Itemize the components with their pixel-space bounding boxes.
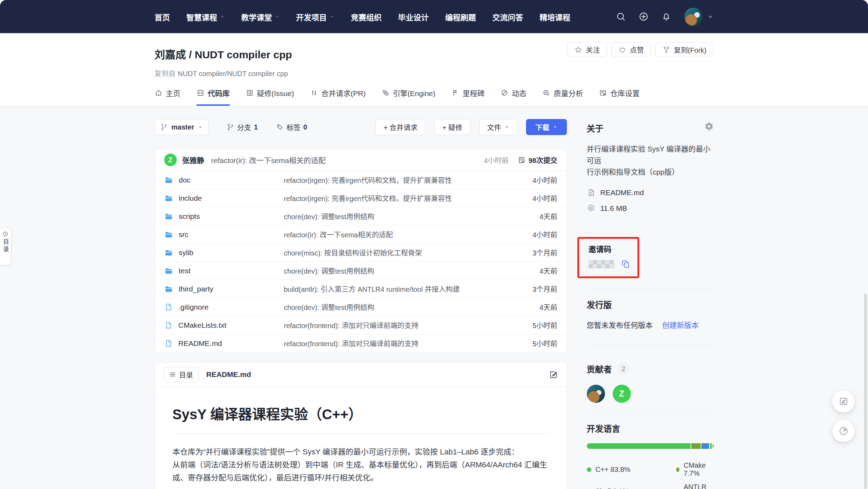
nav-item-毕业设计[interactable]: 毕业设计 (398, 11, 429, 22)
branches-count[interactable]: 分支 1 (227, 122, 258, 132)
tab-仓库设置[interactable]: 仓库设置 (599, 88, 640, 106)
file-icon (164, 303, 173, 311)
feedback-icon (838, 396, 849, 407)
about-title: 关于 (587, 122, 714, 134)
share-fab[interactable] (832, 420, 855, 442)
tab-里程碑[interactable]: 里程碑 (451, 88, 484, 106)
contributors-title: 贡献者 2 (587, 363, 714, 375)
file-menu-button[interactable]: 文件 (479, 119, 517, 135)
nav-item-label: 智慧课程 (187, 11, 217, 22)
divider (587, 226, 714, 226)
table-row[interactable]: README.mdrefactor(frontend): 添加对只编译前端的支持… (155, 334, 567, 352)
copy-icon[interactable] (621, 259, 630, 269)
nav-item-label: 教学课堂 (241, 11, 272, 22)
tab-主页[interactable]: 主页 (155, 88, 181, 106)
search-icon[interactable] (616, 12, 626, 21)
new-pr-button[interactable]: + 合并请求 (375, 119, 425, 135)
file-commit-message[interactable]: chore(dev): 调整test用例结构 (284, 302, 540, 312)
tab-代码库[interactable]: 代码库 (197, 88, 230, 106)
file-name[interactable]: src (164, 230, 284, 239)
file-commit-message[interactable]: refactor(frontend): 添加对只编译前端的支持 (284, 338, 533, 348)
nav-item-开发项目[interactable]: 开发项目 (296, 11, 335, 22)
file-name[interactable]: third_party (164, 284, 284, 294)
user-avatar[interactable] (684, 8, 702, 26)
tags-count[interactable]: 标签 0 (276, 122, 307, 132)
branch-selector[interactable]: master (155, 119, 209, 135)
language-label: C++ 83.8% (596, 466, 630, 474)
sidebar-readme-link[interactable]: README.md (587, 188, 714, 197)
table-row[interactable]: srcrefactor(ir): 改一下sema相关的适配4小时前 (155, 225, 567, 243)
file-name[interactable]: doc (164, 176, 284, 185)
plus-circle-icon[interactable] (639, 12, 648, 21)
tab-动态[interactable]: 动态 (501, 88, 526, 106)
table-row[interactable]: third_partybuild(antlr): 引入第三方 ANTLR4 ru… (155, 280, 567, 298)
contributor-avatar[interactable]: Z (613, 385, 631, 403)
tab-引擎(Engine)[interactable]: 引擎(Engine) (382, 88, 435, 106)
file-commit-message[interactable]: chore(dev): 调整test用例结构 (284, 266, 540, 276)
nav-item-编程刷题[interactable]: 编程刷题 (445, 11, 476, 22)
file-commit-message[interactable]: chore(misc): 按目录结构设计初始化工程骨架 (284, 247, 533, 258)
table-row[interactable]: .gitignorechore(dev): 调整test用例结构4天前 (155, 298, 567, 316)
nav-item-精培课程[interactable]: 精培课程 (540, 11, 570, 22)
chevron-down-icon[interactable] (707, 14, 714, 20)
nav-item-label: 精培课程 (540, 11, 570, 22)
nav-item-教学课堂[interactable]: 教学课堂 (241, 11, 280, 22)
file-commit-message[interactable]: build(antlr): 引入第三方 ANTLR4 runtime/tool … (284, 284, 533, 294)
file-commit-message[interactable]: chore(dev): 调整test用例结构 (284, 211, 540, 221)
commits-count[interactable]: 98次提交 (518, 155, 557, 165)
file-name[interactable]: test (164, 266, 284, 275)
toc-button[interactable]: 目录 (163, 367, 199, 382)
file-name[interactable]: scripts (164, 212, 284, 221)
edit-icon[interactable] (549, 370, 558, 379)
file-name[interactable]: .gitignore (164, 303, 284, 311)
tab-疑修(Issue)[interactable]: 疑修(Issue) (246, 88, 294, 106)
divider (587, 289, 714, 289)
language-dot (587, 467, 591, 472)
file-table: docrefactor(irgen): 完善irgen代码和文档，提升扩展兼容性… (155, 171, 567, 352)
file-commit-message[interactable]: refactor(frontend): 添加对只编译前端的支持 (284, 320, 533, 330)
feedback-fab[interactable] (832, 390, 855, 413)
scrollbar-thumb[interactable] (864, 294, 867, 489)
chevron-down-icon (329, 14, 335, 19)
tab-合并请求(PR)[interactable]: 合并请求(PR) (310, 88, 366, 106)
commit-author[interactable]: 张雅静 (182, 155, 204, 165)
toc-side-tab[interactable]: 目录 (0, 228, 11, 265)
nav-item-首页[interactable]: 首页 (155, 11, 170, 22)
create-release-link[interactable]: 创建新版本 (662, 319, 699, 330)
nav-item-智慧课程[interactable]: 智慧课程 (187, 11, 225, 22)
document-icon (587, 188, 596, 197)
file-commit-time: 4天前 (539, 266, 557, 276)
bell-icon[interactable] (662, 12, 671, 21)
commit-message[interactable]: refactor(ir): 改一下sema相关的适配 (211, 155, 326, 165)
forked-from-source[interactable]: NUDT compiler/NUDT compiler cpp (178, 70, 288, 77)
branches-value: 1 (254, 123, 258, 131)
file-name[interactable]: CMakeLists.txt (164, 321, 284, 329)
download-button[interactable]: 下载 (526, 119, 567, 135)
file-commit-message[interactable]: refactor(irgen): 完善irgen代码和文档，提升扩展兼容性 (284, 175, 533, 185)
table-row[interactable]: includerefactor(irgen): 完善irgen代码和文档，提升扩… (155, 189, 567, 207)
file-list-panel: Z 张雅静 refactor(ir): 改一下sema相关的适配 4小时前 98… (155, 149, 567, 353)
file-name[interactable]: sylib (164, 248, 284, 257)
file-commit-message[interactable]: refactor(ir): 改一下sema相关的适配 (284, 229, 533, 239)
file-name[interactable]: include (164, 194, 284, 203)
heart-icon (618, 46, 626, 54)
language-legend-item: C++ 83.8% (587, 461, 676, 477)
commit-author-avatar[interactable]: Z (164, 154, 177, 166)
new-issue-button[interactable]: + 疑修 (434, 119, 470, 135)
star-action-button[interactable]: 关注 (567, 42, 607, 57)
nav-item-竞赛组织[interactable]: 竞赛组织 (351, 11, 382, 22)
heart-action-button[interactable]: 点赞 (611, 42, 651, 57)
file-name[interactable]: README.md (164, 339, 284, 348)
table-row[interactable]: testchore(dev): 调整test用例结构4天前 (155, 261, 567, 280)
contributor-avatar[interactable] (587, 385, 605, 403)
table-row[interactable]: docrefactor(irgen): 完善irgen代码和文档，提升扩展兼容性… (155, 171, 567, 189)
table-row[interactable]: sylibchore(misc): 按目录结构设计初始化工程骨架3个月前 (155, 243, 567, 261)
tab-质量分析[interactable]: 质量分析 (542, 88, 583, 106)
table-row[interactable]: scriptschore(dev): 调整test用例结构4天前 (155, 207, 567, 225)
table-row[interactable]: CMakeLists.txtrefactor(frontend): 添加对只编译… (155, 316, 567, 334)
nav-item-交流问答[interactable]: 交流问答 (493, 11, 523, 22)
file-commit-message[interactable]: refactor(irgen): 完善irgen代码和文档，提升扩展兼容性 (284, 193, 533, 203)
file-commit-time: 3个月前 (532, 284, 557, 294)
fork-action-button[interactable]: 复刻(Fork) (655, 42, 713, 57)
gear-icon[interactable] (705, 122, 714, 131)
